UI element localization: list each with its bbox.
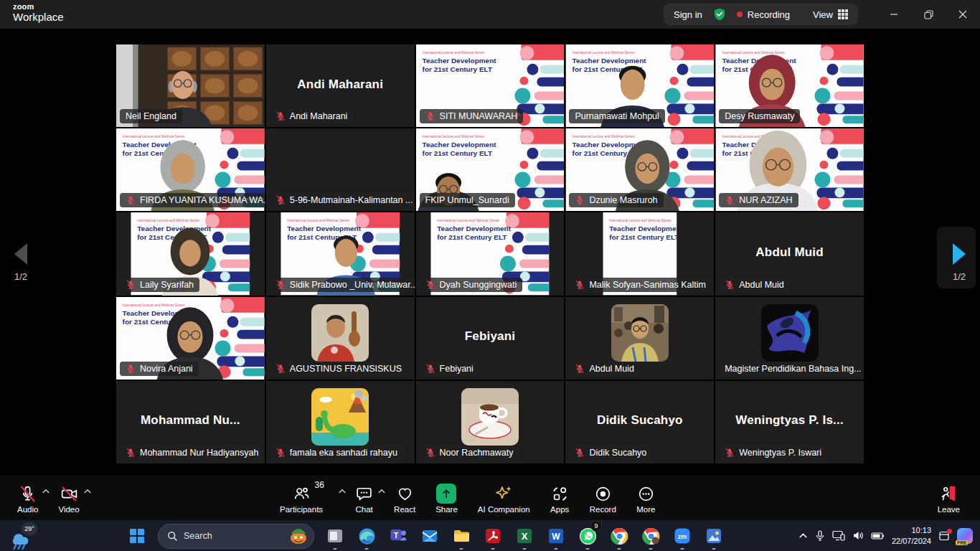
taskbar-search[interactable]: Search bbox=[158, 524, 314, 549]
participant-tile[interactable]: Weningtyas P. Is... Weningtyas P. Iswari bbox=[715, 381, 864, 463]
recording-indicator[interactable]: Recording bbox=[737, 9, 790, 20]
svg-text:International Lecture and Webi: International Lecture and Webinar Series bbox=[123, 135, 185, 138]
recording-dot-icon bbox=[737, 11, 743, 17]
restore-button[interactable] bbox=[911, 0, 946, 29]
meeting-stage: 1/2 1/2 Neil EnglandAndi Maharani Andi M… bbox=[0, 29, 980, 475]
weather-widget[interactable]: 29° bbox=[7, 522, 46, 550]
participants-count: 36 bbox=[314, 480, 324, 490]
leave-button[interactable]: Leave bbox=[928, 475, 970, 520]
participant-name-label: Desy Rusmawaty bbox=[719, 109, 800, 123]
copilot-preview-icon[interactable]: PRE bbox=[957, 528, 973, 544]
participant-tile[interactable]: International Lecture and Webinar Series… bbox=[715, 128, 864, 211]
start-button[interactable] bbox=[123, 522, 151, 550]
view-button[interactable]: View bbox=[813, 9, 848, 20]
participant-tile[interactable]: International Lecture and Webinar Series… bbox=[416, 128, 565, 211]
apps-icon bbox=[550, 482, 570, 504]
logo-workplace-text: Workplace bbox=[13, 11, 64, 22]
react-icon bbox=[395, 482, 415, 504]
record-button[interactable]: Record bbox=[580, 475, 626, 520]
participants-button[interactable]: 36 Participants bbox=[270, 475, 344, 520]
tray-speaker-icon[interactable] bbox=[852, 530, 864, 541]
participant-tile[interactable]: 5-96-Mutmainah-Kalimantan ... bbox=[266, 128, 415, 211]
participant-tile[interactable]: International Lecture and Webinar Series… bbox=[116, 212, 265, 295]
ai-icon bbox=[494, 482, 514, 504]
participant-tile[interactable]: International Lecture and Webinar Series… bbox=[565, 44, 714, 127]
react-label: React bbox=[394, 505, 415, 514]
apps-button[interactable]: Apps bbox=[540, 475, 580, 520]
more-button[interactable]: More bbox=[626, 475, 666, 520]
participant-name-text: Dyah Sunggingwati bbox=[440, 280, 517, 290]
participant-tile[interactable]: Andi Maharani Andi Maharani bbox=[266, 44, 415, 127]
participant-tile[interactable]: Didik Sucahyo Didik Sucahyo bbox=[565, 381, 714, 463]
participant-name-label: 5-96-Mutmainah-Kalimantan ... bbox=[270, 193, 415, 207]
participant-tile[interactable]: International Lecture and Webinar Series… bbox=[116, 297, 265, 380]
participant-tile[interactable]: International Lecture and Webinar Series… bbox=[565, 212, 714, 295]
participant-tile[interactable]: International Lecture and Webinar Series… bbox=[266, 212, 415, 295]
zoom-titlebar: zoom Workplace Sign in Recording View bbox=[0, 0, 980, 29]
participant-name-label: Andi Maharani bbox=[270, 109, 354, 123]
chrome2-taskbar-icon[interactable] bbox=[637, 522, 664, 550]
mic-muted-icon bbox=[126, 448, 136, 458]
participant-name-text: AGUSTINUS FRANSISKUS bbox=[290, 364, 402, 374]
participant-tile[interactable]: International Lecture and Webinar Series… bbox=[116, 128, 265, 211]
participant-name-text: FKIP Unmul_Sunardi bbox=[425, 195, 509, 205]
chat-button[interactable]: Chat bbox=[344, 475, 384, 520]
chrome-taskbar-icon[interactable] bbox=[606, 522, 633, 550]
svg-text:for 21st Century ELT: for 21st Century ELT bbox=[609, 233, 677, 241]
tray-cast-icon[interactable] bbox=[832, 530, 845, 541]
participant-tile[interactable]: Abdul Muid Abdul Muid bbox=[715, 212, 864, 295]
leave-label: Leave bbox=[938, 505, 960, 514]
logo-zoom-text: zoom bbox=[13, 3, 64, 11]
acrobat-taskbar-icon[interactable] bbox=[479, 522, 507, 550]
record-label: Record bbox=[590, 505, 616, 514]
share-button[interactable]: Share bbox=[425, 475, 468, 520]
whatsapp-taskbar-icon[interactable]: 9 bbox=[574, 522, 601, 550]
photos-taskbar-icon[interactable] bbox=[700, 522, 727, 550]
participant-tile[interactable]: Abdul Muid bbox=[565, 297, 714, 380]
video-button[interactable]: Video bbox=[48, 475, 89, 520]
participant-display-name: Andi Maharani bbox=[266, 77, 415, 92]
participant-tile[interactable]: International Lecture and Webinar Series… bbox=[416, 212, 565, 295]
participant-tile[interactable]: Neil England bbox=[116, 44, 265, 127]
word-taskbar-icon[interactable]: W bbox=[542, 522, 570, 550]
svg-text:X: X bbox=[522, 531, 528, 542]
participant-tile[interactable]: Noor Rachmawaty bbox=[416, 381, 565, 463]
participant-tile[interactable]: Febiyani Febiyani bbox=[416, 297, 565, 380]
audio-button[interactable]: Audio bbox=[7, 475, 48, 520]
participant-name-label: famala eka sanhadi rahayu bbox=[270, 446, 403, 460]
ai-button[interactable]: AI Companion bbox=[468, 475, 540, 520]
explorer-taskbar-icon[interactable] bbox=[448, 522, 475, 550]
participant-tile[interactable]: AGUSTINUS FRANSISKUS bbox=[266, 297, 415, 380]
excel-taskbar-icon[interactable]: X bbox=[511, 522, 538, 550]
tray-mic-icon[interactable] bbox=[815, 530, 825, 542]
notification-icon[interactable] bbox=[938, 530, 950, 542]
video-caret-icon[interactable] bbox=[84, 484, 91, 496]
hidden-icons-chevron[interactable] bbox=[798, 531, 808, 540]
sign-in-button[interactable]: Sign in bbox=[674, 9, 702, 20]
zoom-taskbar-icon[interactable]: zm bbox=[669, 522, 696, 550]
participant-tile[interactable]: International Lecture and Webinar Series… bbox=[416, 44, 565, 127]
previous-page-arrow-icon[interactable] bbox=[11, 242, 30, 269]
ai-label: AI Companion bbox=[478, 505, 530, 514]
participant-tile[interactable]: International Lecture and Webinar Series… bbox=[715, 44, 864, 127]
participant-tile[interactable]: Mohammad Nu... Mohammad Nur Hadiyansyah bbox=[116, 381, 265, 463]
participant-name-label: SITI MUNAWARAH bbox=[420, 109, 524, 123]
window-taskbar-icon[interactable] bbox=[321, 522, 349, 550]
edge-taskbar-icon[interactable] bbox=[353, 522, 380, 550]
mail-taskbar-icon[interactable] bbox=[416, 522, 443, 550]
participant-tile[interactable]: International Lecture and Webinar Series… bbox=[565, 128, 714, 211]
teams-taskbar-icon[interactable]: T bbox=[385, 522, 412, 550]
participant-name-text: Abdul Muid bbox=[739, 280, 784, 290]
close-button[interactable] bbox=[946, 0, 980, 29]
minimize-button[interactable] bbox=[877, 0, 911, 29]
participant-tile[interactable]: Magister Pendidikan Bahasa Ing... bbox=[715, 297, 864, 380]
security-shield-icon[interactable] bbox=[712, 7, 727, 22]
tray-battery-icon[interactable] bbox=[871, 532, 885, 540]
next-page-arrow-icon[interactable] bbox=[950, 242, 969, 269]
participant-avatar bbox=[611, 304, 669, 362]
participant-avatar bbox=[761, 304, 819, 362]
participant-tile[interactable]: famala eka sanhadi rahayu bbox=[266, 381, 415, 463]
react-button[interactable]: React bbox=[384, 475, 425, 520]
participant-name-label: Dzunie Masruroh bbox=[569, 193, 663, 207]
taskbar-clock[interactable]: 10:1322/07/2024 bbox=[892, 525, 931, 547]
